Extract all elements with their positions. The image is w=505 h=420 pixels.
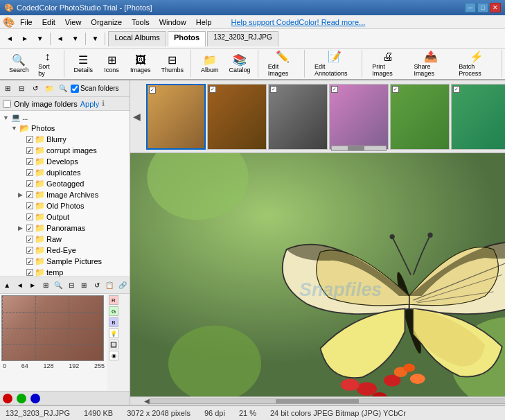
icons-button[interactable]: ⊞ Icons: [99, 53, 124, 76]
batch-button[interactable]: ⚡ Batch Process: [454, 49, 499, 79]
app-title: CodedColor PhotoStudio Trial - [Photos]: [17, 3, 152, 12]
tree-corrupt[interactable]: ✓ 📁 corrupt images: [1, 145, 128, 156]
tree-temp[interactable]: ✓ 📁 temp: [1, 267, 128, 277]
maximize-button[interactable]: □: [477, 3, 488, 12]
menu-help[interactable]: Help: [192, 17, 216, 28]
tree-raw[interactable]: ✓ 📁 Raw: [1, 234, 128, 245]
tree-panoramas[interactable]: ▶ ✓ 📁 Panoramas: [1, 222, 128, 234]
hist-btn9[interactable]: 📋: [104, 279, 116, 292]
details-button[interactable]: ☰ Details: [70, 53, 98, 76]
hist-tool-btn3[interactable]: ◉: [109, 351, 118, 360]
back-button2[interactable]: ◄: [53, 31, 67, 46]
thumbs-button[interactable]: ⊟ Thumbs: [157, 53, 188, 76]
hist-btn2[interactable]: ◄: [15, 279, 26, 292]
menu-edit[interactable]: Edit: [38, 17, 60, 28]
folder-btn1[interactable]: ⊞: [1, 82, 14, 95]
output-label: Output: [46, 213, 69, 221]
thumb-3[interactable]: ✓: [329, 84, 389, 150]
thumb-2[interactable]: ✓: [268, 84, 328, 150]
search-button[interactable]: 🔍 Search: [6, 53, 32, 76]
images-button[interactable]: 🖼 Images: [126, 53, 155, 76]
tree-duplicates[interactable]: ✓ 📁 duplicates: [1, 167, 128, 178]
dropdown-button2[interactable]: ▼: [69, 31, 82, 46]
folder-btn2[interactable]: ⊟: [15, 82, 28, 95]
tree-output[interactable]: ✓ 📁 Output: [1, 211, 128, 222]
hist-btn7[interactable]: ⊞: [78, 279, 90, 292]
hist-btn3[interactable]: ►: [27, 279, 39, 292]
scroll-left-arrow[interactable]: ◀: [144, 397, 150, 405]
catalog-button[interactable]: 📚 Catalog: [225, 53, 255, 76]
butterfly-svg: Snapfiles: [130, 153, 505, 396]
toolbar2: 🔍 Search ↕ Sort by ☰ Details ⊞ Icons 🖼 I…: [0, 49, 505, 80]
back-button[interactable]: ◄: [3, 31, 17, 46]
tree-blurry[interactable]: ✓ 📁 Blurry: [1, 134, 128, 145]
close-button[interactable]: ✕: [490, 3, 501, 12]
local-albums-tab[interactable]: Local Albums: [108, 31, 166, 46]
tree-oldphotos[interactable]: ✓ 📁 Old Photos: [1, 200, 128, 211]
svg-point-7: [341, 379, 360, 391]
hist-color-btn2[interactable]: G: [109, 306, 118, 316]
thumbnail-container: ✓ ✓ ✓ ✓ ✓: [143, 82, 505, 151]
tree-root[interactable]: ▼ 💻 ...: [1, 112, 128, 123]
thumb-1[interactable]: ✓: [207, 84, 267, 150]
forward-button[interactable]: ►: [18, 31, 32, 46]
menu-view[interactable]: View: [61, 17, 86, 28]
scroll-thumb[interactable]: [276, 399, 359, 403]
apply-button[interactable]: Apply: [80, 100, 100, 108]
circle-red[interactable]: [3, 394, 12, 403]
axis-255: 255: [94, 362, 105, 369]
menu-organize[interactable]: Organize: [87, 17, 126, 28]
tree-develops[interactable]: ✓ 📁 Develops: [1, 156, 128, 167]
share-button[interactable]: 📤 Share Images: [409, 49, 452, 79]
tree-geotagged[interactable]: ✓ 📁 Geotagged: [1, 178, 128, 189]
thumb-left-arrow[interactable]: ◀: [130, 111, 143, 122]
tree-photos[interactable]: ▼ 📂 Photos: [1, 123, 128, 134]
folder-btn5[interactable]: 🔍: [57, 82, 69, 95]
edit-annotations-button[interactable]: 📝 Edit Annotations: [310, 49, 359, 79]
thumb-scroll-thumb[interactable]: [348, 146, 364, 150]
main-image-area: Snapfiles: [130, 153, 505, 396]
menu-window[interactable]: Window: [155, 17, 191, 28]
help-link[interactable]: Help support CodedColor! Read more...: [231, 18, 365, 26]
scan-checkbox[interactable]: [71, 85, 79, 93]
folder-blurry-icon: 📁: [35, 134, 45, 144]
hist-btn8[interactable]: ↺: [91, 279, 103, 292]
dropdown-button[interactable]: ▼: [33, 31, 47, 46]
hist-btn1[interactable]: ▲: [1, 279, 13, 292]
scroll-track[interactable]: [150, 399, 505, 404]
hist-btn5[interactable]: 🔍: [53, 279, 64, 292]
thumb-0[interactable]: ✓: [146, 84, 206, 150]
edit-images-button[interactable]: ✏️ Edit Images: [264, 49, 301, 79]
album-button[interactable]: 📁 Album: [197, 53, 223, 76]
sort-button[interactable]: ↕ Sort by: [34, 49, 60, 79]
photos-label: Photos: [31, 124, 55, 132]
hist-btn4[interactable]: ⊞: [40, 279, 52, 292]
tree-redeye[interactable]: ✓ 📁 Red-Eye: [1, 245, 128, 256]
tree-archives[interactable]: ▶ ✓ 📁 Image Archives: [1, 189, 128, 200]
hist-color-btn1[interactable]: R: [109, 295, 118, 305]
thumb-scroll-track[interactable]: [331, 146, 387, 151]
menu-file[interactable]: File: [16, 17, 37, 28]
circle-blue[interactable]: [30, 394, 40, 403]
folder-btn3[interactable]: ↺: [29, 82, 42, 95]
folder-duplicates-icon: 📁: [35, 168, 45, 177]
minimize-button[interactable]: ─: [465, 3, 476, 12]
hist-tool-btn2[interactable]: 🔲: [109, 340, 118, 349]
image-folders-checkbox[interactable]: [3, 100, 11, 108]
thumb-4[interactable]: ✓: [390, 84, 450, 150]
hist-tool-btn1[interactable]: 💡: [109, 329, 118, 338]
hist-color-btn3[interactable]: B: [109, 317, 118, 327]
tree-sample[interactable]: ✓ 📁 Sample Pictures: [1, 256, 128, 267]
blurry-label: Blurry: [46, 135, 67, 143]
thumb-5[interactable]: ✓: [451, 84, 505, 150]
album-tools: 📁 Album 📚 Catalog: [194, 50, 258, 78]
hist-btn6[interactable]: ⊟: [66, 279, 78, 292]
photos-tab[interactable]: Photos: [168, 31, 206, 46]
folder-btn4[interactable]: 📁: [43, 82, 55, 95]
current-file-tab[interactable]: 132_3203_RJ.JPG: [207, 31, 278, 46]
print-button[interactable]: 🖨 Print Images: [368, 49, 407, 79]
view-toggle[interactable]: ▼: [89, 31, 103, 46]
hist-btn10[interactable]: 🔗: [117, 279, 129, 292]
circle-green[interactable]: [17, 394, 26, 403]
menu-tools[interactable]: Tools: [127, 17, 154, 28]
